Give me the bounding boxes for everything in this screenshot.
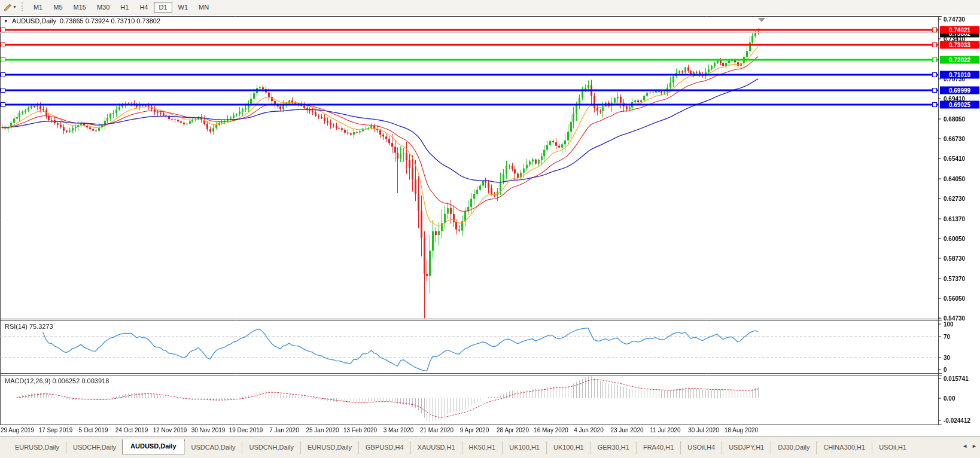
price-chart-canvas[interactable] (0, 0, 980, 458)
price-tag: 0.69025 (940, 101, 979, 109)
price-tick-label: 0.56050 (944, 295, 965, 302)
timeframe-button[interactable]: H4 (135, 2, 153, 13)
chevron-down-icon: ▼ (13, 5, 17, 9)
symbol-tab[interactable]: UK100,H1 (502, 441, 546, 454)
chart-menu-arrow-icon[interactable]: ▼ (4, 19, 8, 24)
date-tick-label: 13 Feb 2020 (343, 427, 377, 433)
price-tag: 0.74021 (940, 26, 979, 34)
symbol-tab[interactable]: GBPUSD,H4 (358, 441, 410, 454)
macd-indicator-label: MACD(12,26,9) 0.006252 0.003918 (5, 377, 109, 384)
symbol-tab[interactable]: USDCHF,Daily (66, 441, 123, 454)
price-tag: 0.72022 (940, 56, 979, 64)
date-tick-label: 4 Jun 2020 (574, 427, 604, 433)
date-tick-label: 17 Sep 2019 (39, 427, 73, 433)
toolbar-grip (22, 2, 25, 11)
price-tick-label: 0.57370 (944, 276, 965, 282)
date-tick-label: 18 Aug 2020 (725, 427, 758, 433)
symbol-tab[interactable]: USOil,H4 (680, 441, 722, 454)
draw-tool-button[interactable]: ▼ (0, 2, 19, 12)
symbol-tab-bar: EURUSD,DailyUSDCHF,DailyAUDUSD,DailyUSDC… (0, 436, 980, 458)
price-tag: 0.71010 (940, 71, 979, 79)
price-tick-label: 0.61370 (944, 216, 965, 222)
timeframe-button[interactable]: M15 (69, 2, 91, 13)
date-tick-label: 5 Oct 2019 (79, 427, 108, 433)
symbol-tab[interactable]: CHINA300,H1 (816, 441, 872, 454)
symbol-tab[interactable]: USDCAD,Daily (184, 441, 242, 454)
price-tick-label: 0.60050 (944, 236, 965, 242)
symbol-tab[interactable]: FRA40,H1 (636, 441, 680, 454)
date-tick-label: 30 Jul 2020 (688, 427, 719, 433)
date-tick-label: 24 Oct 2019 (115, 427, 148, 433)
date-tick-label: 7 Jan 2020 (269, 427, 299, 433)
price-tick-label: 0.65410 (944, 155, 965, 162)
symbol-tab[interactable]: HK50,H1 (462, 441, 503, 454)
symbol-tab[interactable]: EURUSD,Daily (8, 441, 66, 454)
symbol-tab[interactable]: USDCNH,Daily (242, 441, 300, 454)
date-tick-label: 29 Aug 2019 (1, 427, 34, 433)
tab-scroll-right-icon[interactable]: ► (972, 443, 977, 449)
date-tick-label: 30 Nov 2019 (191, 427, 226, 433)
symbol-tabs: EURUSD,DailyUSDCHF,DailyAUDUSD,DailyUSDC… (0, 439, 980, 454)
tab-scroll-left-icon[interactable]: ◄ (962, 443, 967, 449)
timeframe-button[interactable]: M1 (29, 2, 47, 13)
macd-tick-label: -0.024412 (944, 417, 970, 424)
date-tick-label: 16 May 2020 (534, 427, 568, 433)
rsi-tick-label: 30 (944, 355, 950, 361)
chart-ohlc-values: 0.73865 0.73924 0.73710 0.73802 (60, 17, 160, 25)
rsi-tick-label: 0 (944, 367, 947, 373)
timeframe-buttons: M1M5M15M30H1H4D1W1MN (28, 2, 214, 13)
symbol-tab[interactable]: AUDUSD,Daily (122, 439, 184, 454)
date-tick-label: 23 Jun 2020 (610, 427, 643, 433)
timeframe-button[interactable]: M5 (48, 2, 67, 13)
price-tick-label: 0.62730 (944, 196, 965, 202)
date-tick-label: 12 Nov 2019 (153, 427, 187, 433)
timeframe-toolbar: ▼ M1M5M15M30H1H4D1W1MN (0, 0, 980, 14)
date-tick-label: 28 Apr 2020 (497, 427, 529, 433)
symbol-tab[interactable]: XAUUSD,H1 (410, 441, 462, 454)
timeframe-button[interactable]: M30 (92, 2, 114, 13)
date-tick-label: 11 Jul 2020 (650, 427, 681, 433)
symbol-tab[interactable]: GER30,H1 (591, 441, 636, 454)
rsi-tick-label: 70 (944, 334, 950, 340)
timeframe-button[interactable]: H1 (115, 2, 133, 13)
symbol-tab[interactable]: UK100,H1 (546, 441, 591, 454)
symbol-tab[interactable]: DJ30,Daily (771, 441, 816, 454)
price-tick-label: 0.64050 (944, 176, 965, 182)
pencil-icon (2, 2, 11, 11)
price-tag: 0.73033 (940, 41, 979, 49)
timeframe-button[interactable]: D1 (154, 2, 172, 13)
chart-title: ▼ AUDUSD,Daily 0.73865 0.73924 0.73710 0… (4, 17, 160, 25)
date-tick-label: 9 Apr 2020 (460, 427, 489, 433)
price-tick-label: 0.58730 (944, 255, 965, 262)
price-tick-label: 0.68050 (944, 116, 965, 123)
symbol-tab[interactable]: EURUSD,Daily (300, 441, 358, 454)
trading-platform-window: ▼ M1M5M15M30H1H4D1W1MN ▼ AUDUSD,Daily 0.… (0, 0, 980, 458)
price-tag: 0.69999 (940, 87, 979, 94)
date-tick-label: 3 Mar 2020 (384, 427, 414, 433)
date-tick-label: 21 Mar 2020 (420, 427, 454, 433)
symbol-tab[interactable]: USDJPY,H1 (722, 441, 771, 454)
price-tick-label: 0.74730 (944, 16, 965, 23)
symbol-tab[interactable]: USOil,H1 (872, 441, 913, 454)
timeframe-button[interactable]: MN (194, 2, 214, 13)
tab-scroll-controls: ◄ ► (962, 443, 977, 449)
rsi-tick-label: 100 (944, 321, 954, 328)
rsi-indicator-label: RSI(14) 75.3273 (5, 323, 53, 330)
date-tick-label: 25 Jan 2020 (306, 427, 339, 433)
macd-tick-label: 0.00 (944, 395, 955, 402)
timeframe-button[interactable]: W1 (174, 2, 193, 13)
date-tick-label: 19 Dec 2019 (229, 427, 263, 433)
price-tick-label: 0.66730 (944, 136, 965, 142)
chart-symbol-label: AUDUSD,Daily (12, 17, 56, 25)
macd-tick-label: 0.015741 (944, 375, 969, 382)
